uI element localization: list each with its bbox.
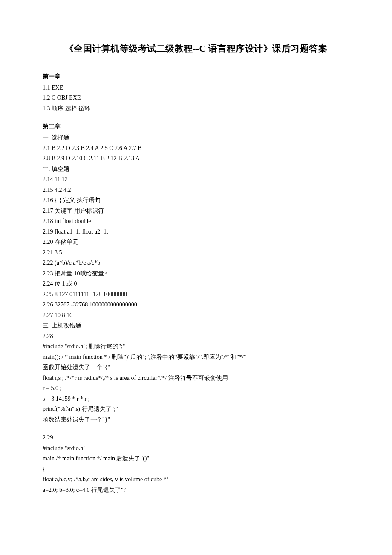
exercise-228-line: 函数结束处遗失了一个"}" bbox=[43, 415, 349, 425]
section-2-line: 2.15 4.2 4.2 bbox=[43, 185, 349, 196]
section-2-line: 2.26 32767 -32768 1000000000000000 bbox=[43, 300, 349, 310]
exercise-228-line: #include "stdio.h"; 删除行尾的";" bbox=[43, 341, 349, 352]
section-2-line: 2.17 关键字 用户标识符 bbox=[43, 206, 349, 217]
exercise-229-line: { bbox=[43, 464, 349, 475]
chapter-1-header: 第一章 bbox=[43, 72, 349, 82]
section-2-line: 2.21 3.5 bbox=[43, 248, 349, 258]
section-2-line: 2.23 把常量 10赋给变量 s bbox=[43, 269, 349, 279]
exercise-228-header: 2.28 bbox=[43, 331, 349, 342]
section-1-header: 一. 选择题 bbox=[43, 133, 349, 143]
chapter-2-block: 第二章 一. 选择题 2.1 B 2.2 D 2.3 B 2.4 A 2.5 C… bbox=[43, 121, 349, 425]
chapter-1-line: 1.1 EXE bbox=[43, 83, 349, 93]
chapter-1-line: 1.2 C OBJ EXE bbox=[43, 93, 349, 104]
exercise-229-line: #include "stdio.h" bbox=[43, 443, 349, 454]
exercise-228-line: main(); / * main function * / 删除")"后的";"… bbox=[43, 352, 349, 363]
section-2-line: 2.22 (a*b)/c a*b/c a/c*b bbox=[43, 258, 349, 269]
exercise-228-line: float r,s ; /*/*r is radius*/,/* s is ar… bbox=[43, 373, 349, 384]
exercise-228-line: printf("%f\n",s) 行尾遗失了";" bbox=[43, 404, 349, 415]
section-1-line: 2.8 B 2.9 D 2.10 C 2.11 B 2.12 B 2.13 A bbox=[43, 153, 349, 164]
section-2-line: 2.18 int float double bbox=[43, 216, 349, 227]
exercise-229-line: float a,b,c,v; /*a,b,c are sides, v is v… bbox=[43, 474, 349, 485]
section-2-line: 2.24 位 1 或 0 bbox=[43, 279, 349, 289]
exercise-228-line: 函数开始处遗失了一个"{" bbox=[43, 362, 349, 373]
exercise-229-line: main /* main function */ main 后遗失了"()" bbox=[43, 454, 349, 464]
section-2-line: 2.20 存储单元 bbox=[43, 237, 349, 248]
exercise-229-header: 2.29 bbox=[43, 433, 349, 443]
document-page: 《全国计算机等级考试二级教程--C 语言程序设计》课后习题答案 第一章 1.1 … bbox=[0, 0, 392, 529]
section-2-line: 2.16 { } 定义 执行语句 bbox=[43, 195, 349, 206]
section-3-header: 三. 上机改错题 bbox=[43, 321, 349, 331]
chapter-2-header: 第二章 bbox=[43, 121, 349, 132]
document-title: 《全国计算机等级考试二级教程--C 语言程序设计》课后习题答案 bbox=[43, 43, 349, 55]
section-2-line: 2.27 10 8 16 bbox=[43, 310, 349, 321]
chapter-1-block: 第一章 1.1 EXE 1.2 C OBJ EXE 1.3 顺序 选择 循环 bbox=[43, 72, 349, 114]
section-2-line: 2.25 8 127 0111111 -128 10000000 bbox=[43, 289, 349, 300]
chapter-1-line: 1.3 顺序 选择 循环 bbox=[43, 104, 349, 114]
section-2-line: 2.19 float a1=1; float a2=1; bbox=[43, 227, 349, 237]
exercise-229-block: 2.29 #include "stdio.h" main /* main fun… bbox=[43, 433, 349, 495]
section-2-line: 2.14 11 12 bbox=[43, 174, 349, 185]
section-2-header: 二. 填空题 bbox=[43, 164, 349, 175]
exercise-228-line: s = 3.14159 * r * r ; bbox=[43, 394, 349, 405]
exercise-228-line: r = 5.0 ; bbox=[43, 383, 349, 394]
exercise-229-line: a=2.0; b=3.0; c=4.0 行尾遗失了";" bbox=[43, 485, 349, 496]
section-1-line: 2.1 B 2.2 D 2.3 B 2.4 A 2.5 C 2.6 A 2.7 … bbox=[43, 143, 349, 154]
